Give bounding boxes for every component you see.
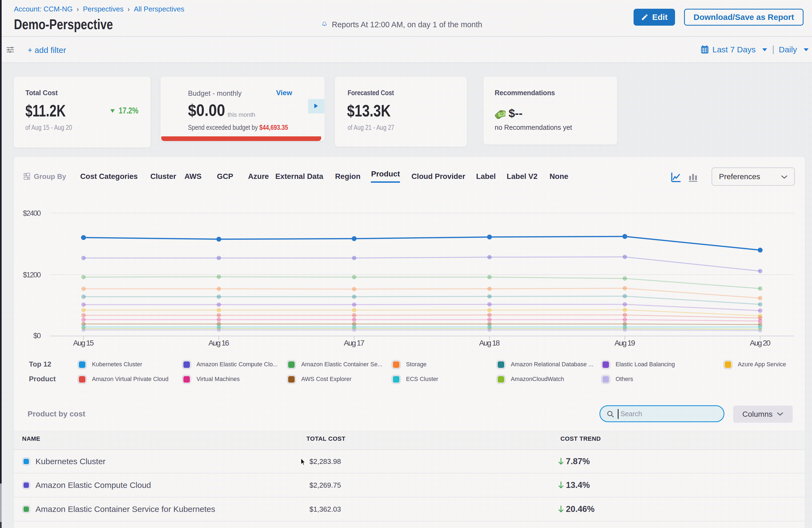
svg-text:Aug 17: Aug 17 xyxy=(344,339,364,347)
svg-text:$2400: $2400 xyxy=(23,209,41,217)
svg-text:$0: $0 xyxy=(33,332,41,340)
svg-text:Aug 20: Aug 20 xyxy=(750,339,770,347)
svg-text:Aug 16: Aug 16 xyxy=(208,339,229,347)
svg-text:$1200: $1200 xyxy=(23,271,41,279)
svg-text:Aug 15: Aug 15 xyxy=(73,339,94,347)
svg-text:Aug 19: Aug 19 xyxy=(614,339,635,347)
svg-text:Aug 18: Aug 18 xyxy=(479,339,500,347)
